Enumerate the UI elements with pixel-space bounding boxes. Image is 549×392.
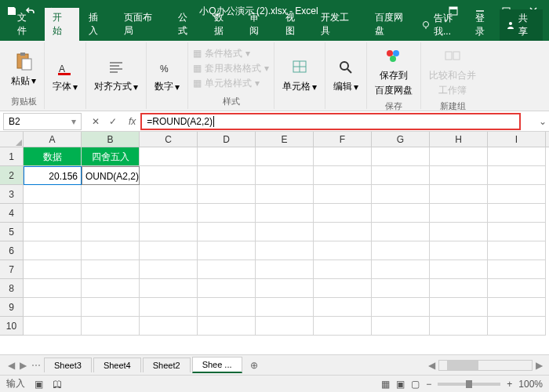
cell[interactable] <box>198 166 256 185</box>
cell[interactable] <box>488 298 546 317</box>
cell[interactable] <box>256 147 314 166</box>
row-header[interactable]: 6 <box>0 241 24 260</box>
col-header-a[interactable]: A <box>24 132 82 147</box>
tab-data[interactable]: 数据 <box>206 8 240 41</box>
sheet-tab[interactable]: Sheet3 <box>44 358 92 372</box>
cell[interactable] <box>430 147 488 166</box>
cell[interactable] <box>82 204 140 223</box>
cell[interactable] <box>24 223 82 241</box>
cell[interactable] <box>314 279 372 298</box>
cell[interactable] <box>198 298 256 317</box>
cell[interactable] <box>140 279 198 298</box>
cell-a2[interactable]: 20.156 <box>24 166 82 185</box>
cell[interactable] <box>314 166 372 185</box>
cell[interactable] <box>314 185 372 204</box>
cell[interactable] <box>488 241 546 260</box>
accessibility-icon[interactable]: 🕮 <box>53 379 62 390</box>
row-header[interactable]: 3 <box>0 185 24 204</box>
col-header-d[interactable]: D <box>198 132 256 147</box>
tab-insert[interactable]: 插入 <box>81 8 115 41</box>
cell[interactable] <box>256 317 314 336</box>
zoom-level[interactable]: 100% <box>518 379 543 390</box>
cell[interactable] <box>82 223 140 241</box>
cell[interactable] <box>24 204 82 223</box>
view-layout-icon[interactable]: ▣ <box>396 379 405 390</box>
cell[interactable] <box>140 166 198 185</box>
sheet-tab[interactable]: Sheet4 <box>93 358 141 372</box>
number-button[interactable]: % 数字▾ <box>151 53 183 95</box>
cell[interactable] <box>256 166 314 185</box>
accept-formula-icon[interactable]: ✓ <box>105 114 121 129</box>
zoom-slider[interactable] <box>438 383 500 386</box>
cell[interactable] <box>372 317 430 336</box>
col-header-b[interactable]: B <box>82 132 140 147</box>
col-header-c[interactable]: C <box>140 132 198 147</box>
view-break-icon[interactable]: ▢ <box>411 379 420 390</box>
cell[interactable] <box>24 317 82 336</box>
cell[interactable] <box>430 241 488 260</box>
cell[interactable] <box>372 298 430 317</box>
row-header[interactable]: 9 <box>0 298 24 317</box>
table-format-button[interactable]: ▦套用表格格式 ▾ <box>193 62 269 75</box>
cell[interactable] <box>140 185 198 204</box>
cell[interactable] <box>430 279 488 298</box>
row-header[interactable]: 7 <box>0 260 24 279</box>
cell[interactable] <box>488 279 546 298</box>
cell-b2-editing[interactable]: OUND(A2,2) <box>82 166 140 185</box>
tab-formulas[interactable]: 公式 <box>170 8 204 41</box>
tab-layout[interactable]: 页面布局 <box>116 8 169 41</box>
macro-record-icon[interactable]: ▣ <box>35 379 43 390</box>
cell[interactable] <box>430 185 488 204</box>
cell[interactable] <box>24 279 82 298</box>
cell[interactable] <box>430 317 488 336</box>
cell[interactable] <box>140 223 198 241</box>
tab-file[interactable]: 文件 <box>9 8 43 41</box>
sheet-next-icon[interactable]: ▶ <box>18 360 28 371</box>
name-box[interactable]: B2▾ <box>3 113 82 130</box>
horizontal-scrollbar[interactable] <box>438 360 533 371</box>
col-header-e[interactable]: E <box>256 132 314 147</box>
cell[interactable] <box>488 317 546 336</box>
expand-formula-icon[interactable]: ⌄ <box>536 116 549 127</box>
tab-home[interactable]: 开始 <box>45 8 78 41</box>
col-header-f[interactable]: F <box>314 132 372 147</box>
cell[interactable] <box>372 260 430 279</box>
zoom-out-icon[interactable]: − <box>426 379 431 390</box>
cell[interactable] <box>314 147 372 166</box>
row-header[interactable]: 10 <box>0 317 24 336</box>
cell[interactable] <box>372 279 430 298</box>
cells-button[interactable]: 单元格▾ <box>279 53 320 95</box>
paste-button[interactable]: 粘贴▾ <box>8 48 39 89</box>
tab-review[interactable]: 审阅 <box>242 8 275 41</box>
cell[interactable] <box>198 279 256 298</box>
cell[interactable] <box>140 317 198 336</box>
col-header-h[interactable]: H <box>430 132 488 147</box>
tab-dev[interactable]: 开发工具 <box>313 8 365 41</box>
cell[interactable] <box>24 298 82 317</box>
cell[interactable] <box>198 185 256 204</box>
cell[interactable] <box>314 204 372 223</box>
cell[interactable] <box>198 223 256 241</box>
select-all-corner[interactable] <box>0 132 24 147</box>
cell[interactable] <box>256 204 314 223</box>
cell[interactable] <box>140 241 198 260</box>
col-header-i[interactable]: I <box>488 132 546 147</box>
cancel-formula-icon[interactable]: ✕ <box>88 114 104 129</box>
cell[interactable] <box>372 223 430 241</box>
zoom-in-icon[interactable]: + <box>507 379 512 390</box>
cell[interactable] <box>372 204 430 223</box>
baidu-save-button[interactable]: 保存到百度网盘 <box>372 42 416 99</box>
cell[interactable] <box>82 298 140 317</box>
cell[interactable] <box>140 147 198 166</box>
cell[interactable] <box>24 185 82 204</box>
tab-baidu[interactable]: 百度网盘 <box>367 8 420 41</box>
conditional-format-button[interactable]: ▦条件格式 ▾ <box>193 47 269 60</box>
sheet-more-icon[interactable]: ⋯ <box>30 360 42 371</box>
align-button[interactable]: 对齐方式▾ <box>91 53 141 95</box>
cell[interactable] <box>256 241 314 260</box>
cell[interactable] <box>82 317 140 336</box>
cell-b1[interactable]: 四舍五入 <box>82 147 140 166</box>
cell[interactable] <box>430 298 488 317</box>
share-button[interactable]: 共享 <box>500 9 543 41</box>
compare-button[interactable]: 比较和合并工作簿 <box>426 42 479 99</box>
